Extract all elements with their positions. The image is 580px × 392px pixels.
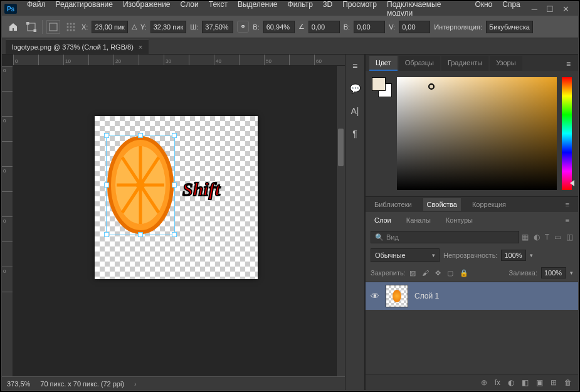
filter-adjust-icon[interactable]: ◐	[534, 233, 540, 241]
group-icon[interactable]: ▣	[536, 378, 543, 387]
x-field[interactable]: 23,00 пик	[92, 21, 128, 33]
lock-all-icon[interactable]: 🔒	[460, 269, 468, 277]
vertical-scrollbar[interactable]	[336, 66, 345, 376]
comments-panel-icon[interactable]: 💬	[347, 81, 362, 96]
reference-grid-icon[interactable]	[64, 20, 78, 34]
tab-swatches[interactable]: Образцы	[399, 56, 440, 71]
svg-point-9	[73, 26, 75, 28]
filter-type-icon[interactable]: T	[545, 233, 549, 241]
opacity-arrow-icon[interactable]: ▾	[530, 252, 533, 258]
ruler-tick: 0	[2, 267, 13, 292]
handle-s[interactable]	[138, 232, 143, 237]
skewh-field[interactable]: 0,00	[354, 21, 385, 33]
zoom-level[interactable]: 373,5%	[7, 380, 30, 388]
ruler-vertical[interactable]: 0 0 0 0 0	[2, 66, 13, 376]
collapsed-panels-strip: ≡ 💬 A| ¶	[345, 55, 365, 390]
mask-icon[interactable]: ◐	[508, 378, 514, 387]
ruler-tick: 20	[113, 55, 139, 65]
tab-gradients[interactable]: Градиенты	[441, 56, 488, 71]
interp-field[interactable]: Бикубическа	[486, 21, 533, 33]
handle-e[interactable]	[172, 183, 177, 188]
layer-row[interactable]: 👁 Слой 1	[366, 282, 578, 310]
panel-menu-icon[interactable]: ≡	[562, 215, 573, 226]
reference-point-icon[interactable]	[46, 20, 60, 34]
doc-info-arrow[interactable]: ›	[134, 380, 137, 388]
new-layer-icon[interactable]: ⊞	[551, 378, 557, 387]
character-panel-icon[interactable]: A|	[347, 103, 362, 119]
transform-icon[interactable]	[24, 20, 38, 34]
filter-smart-icon[interactable]: ◫	[566, 233, 573, 241]
close-tab-icon[interactable]: ×	[139, 43, 142, 51]
home-button[interactable]	[6, 19, 21, 34]
fg-bg-swatches[interactable]	[372, 77, 392, 190]
link-layers-icon[interactable]: ⊕	[481, 378, 487, 387]
tab-paths[interactable]: Контуры	[442, 215, 477, 226]
handle-w[interactable]	[104, 183, 109, 188]
mid-panel-tabs: Библиотеки Свойства Коррекция ≡	[366, 197, 578, 212]
hue-pointer[interactable]	[570, 180, 574, 186]
visibility-icon[interactable]: 👁	[371, 291, 379, 301]
tab-color[interactable]: Цвет	[369, 56, 398, 71]
blend-mode-dropdown[interactable]: Обычные▾	[371, 248, 440, 262]
w-field[interactable]: 37,50%	[202, 21, 233, 33]
color-field[interactable]	[397, 77, 557, 190]
tab-properties[interactable]: Свойства	[423, 198, 461, 211]
photoshop-window: Ps Файл Редактирование Изображение Слои …	[1, 1, 579, 391]
panel-menu-icon[interactable]: ≡	[562, 198, 573, 211]
skewv-field[interactable]: 0,00	[399, 21, 430, 33]
layer-thumbnail[interactable]	[386, 285, 408, 307]
doc-info[interactable]: 70 пикс. x 70 пикс. (72 ppi)	[40, 380, 124, 388]
panel-menu-icon[interactable]: ≡	[562, 57, 574, 71]
lock-artboard-icon[interactable]: ▢	[447, 269, 453, 277]
fx-icon[interactable]: fx	[495, 378, 500, 387]
layer-search[interactable]: 🔍 Вид	[371, 231, 519, 243]
handle-se[interactable]	[172, 232, 177, 237]
maximize-button[interactable]: ☐	[546, 4, 554, 14]
layer-search-placeholder: Вид	[386, 233, 399, 241]
transform-selection[interactable]	[106, 135, 175, 235]
document-tab[interactable]: logotype.png @ 373% (Слой 1, RGB/8) ×	[6, 40, 149, 54]
handle-ne[interactable]	[172, 133, 177, 138]
canvas-viewport[interactable]: Shift	[13, 66, 336, 376]
tab-libraries[interactable]: Библиотеки	[371, 198, 416, 211]
handle-n[interactable]	[138, 133, 143, 138]
minimize-button[interactable]: ─	[532, 4, 537, 14]
shift-annotation: Shift	[182, 179, 220, 200]
tab-channels[interactable]: Каналы	[403, 215, 435, 226]
svg-point-10	[67, 29, 69, 31]
opacity-field[interactable]: 100%	[501, 250, 526, 261]
handle-nw[interactable]	[104, 133, 109, 138]
color-picker-ring[interactable]	[428, 83, 435, 90]
fill-arrow-icon[interactable]: ▾	[570, 270, 573, 276]
svg-point-4	[67, 23, 69, 24]
history-panel-icon[interactable]: ≡	[347, 58, 362, 73]
filter-shape-icon[interactable]: ▭	[554, 233, 561, 241]
delta-icon[interactable]: △	[132, 23, 137, 31]
lock-trans-icon[interactable]: ▨	[409, 269, 416, 277]
ruler-tick	[189, 55, 214, 65]
layer-name[interactable]: Слой 1	[414, 292, 439, 300]
y-field[interactable]: 32,30 пик	[150, 21, 187, 33]
paragraph-panel-icon[interactable]: ¶	[347, 126, 362, 141]
hue-slider[interactable]	[562, 77, 572, 190]
foreground-color[interactable]	[372, 77, 386, 91]
ruler-horizontal[interactable]: 0 10 20 30 40 50 60	[13, 55, 345, 66]
angle-field[interactable]: 0,00	[308, 21, 340, 33]
handle-sw[interactable]	[104, 232, 109, 237]
tab-patterns[interactable]: Узоры	[490, 56, 522, 71]
tab-adjustments[interactable]: Коррекция	[468, 198, 510, 211]
fill-field[interactable]: 100%	[541, 267, 566, 278]
lock-paint-icon[interactable]: 🖌	[422, 269, 429, 277]
ruler-tick: 0	[13, 55, 38, 65]
lock-move-icon[interactable]: ✥	[435, 269, 441, 277]
filter-pixel-icon[interactable]: ▦	[522, 233, 529, 241]
skewv-label: V:	[389, 23, 395, 31]
close-button[interactable]: ✕	[562, 4, 569, 14]
delete-icon[interactable]: 🗑	[564, 378, 572, 387]
adjustment-icon[interactable]: ◧	[522, 378, 529, 387]
link-icon[interactable]: ⚭	[237, 21, 249, 33]
tab-layers[interactable]: Слои	[371, 215, 395, 226]
scroll-thumb[interactable]	[338, 129, 344, 166]
angle-icon: ∠	[298, 23, 305, 31]
h-field[interactable]: 60,94%	[263, 21, 295, 33]
